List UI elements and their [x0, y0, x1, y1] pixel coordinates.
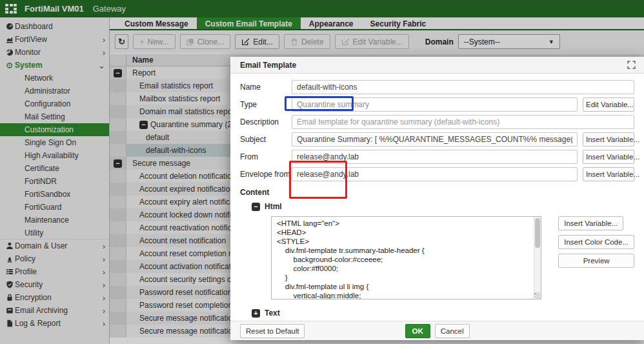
html-code-editor[interactable]: <HTML lang="en"> <HEAD> <STYLE> div.fml-…: [271, 216, 541, 299]
edit-variable-button[interactable]: Edit Variable...: [583, 97, 634, 112]
ok-button[interactable]: OK: [405, 324, 430, 338]
cancel-button[interactable]: Cancel: [435, 324, 470, 338]
editor-scrollbar[interactable]: [534, 217, 541, 299]
resize-handle[interactable]: [534, 292, 540, 298]
insert-variable-envelope-button[interactable]: Insert Variable...: [583, 167, 634, 181]
email-template-dialog: Email Template Name Type Edit Variable..…: [230, 57, 644, 340]
text-section-header: + Text: [252, 309, 634, 318]
text-section-label: Text: [265, 309, 280, 318]
content-button-stack: Insert Variable...Insert Color Code...Pr…: [558, 216, 634, 299]
fortimail-app-window: FortiMail VM01 Gateway Dashboard FortiVi…: [0, 0, 644, 344]
dialog-body: Name Type Edit Variable... Description S…: [230, 74, 644, 321]
content-section-label: Content: [240, 188, 634, 197]
description-label: Description: [240, 117, 292, 126]
subject-input[interactable]: [292, 132, 578, 147]
dialog-footer: Reset to Default OK Cancel: [230, 321, 644, 340]
html-code-text: <HTML lang="en"> <HEAD> <STYLE> div.fml-…: [272, 217, 541, 299]
fullscreen-icon[interactable]: [626, 60, 636, 70]
type-label: Type: [240, 100, 292, 109]
collapse-minus-icon[interactable]: −: [252, 203, 260, 211]
insert-variable-subject-button[interactable]: Insert Variable...: [583, 132, 634, 147]
envelope-from-label: Envelope from: [240, 170, 292, 179]
scrollbar-thumb[interactable]: [535, 218, 540, 248]
insert-color-code-button[interactable]: Insert Color Code...: [558, 235, 634, 249]
dialog-title: Email Template: [240, 61, 626, 70]
from-input[interactable]: [292, 150, 578, 164]
subject-label: Subject: [240, 135, 292, 144]
envelope-from-input[interactable]: [292, 167, 578, 181]
from-label: From: [240, 152, 292, 161]
html-section-header: − Html: [252, 202, 634, 211]
insert-variable-button[interactable]: Insert Variable...: [558, 216, 623, 230]
type-input[interactable]: [292, 97, 578, 112]
reset-to-default-button[interactable]: Reset to Default: [240, 324, 305, 338]
html-section-label: Html: [265, 202, 282, 211]
preview-button[interactable]: Preview: [558, 254, 634, 268]
expand-plus-icon[interactable]: +: [252, 309, 260, 318]
description-input[interactable]: [292, 115, 634, 129]
name-label: Name: [240, 83, 292, 92]
name-input[interactable]: [292, 80, 634, 94]
insert-variable-from-button[interactable]: Insert Variable...: [583, 150, 634, 164]
dialog-header: Email Template: [230, 57, 644, 74]
